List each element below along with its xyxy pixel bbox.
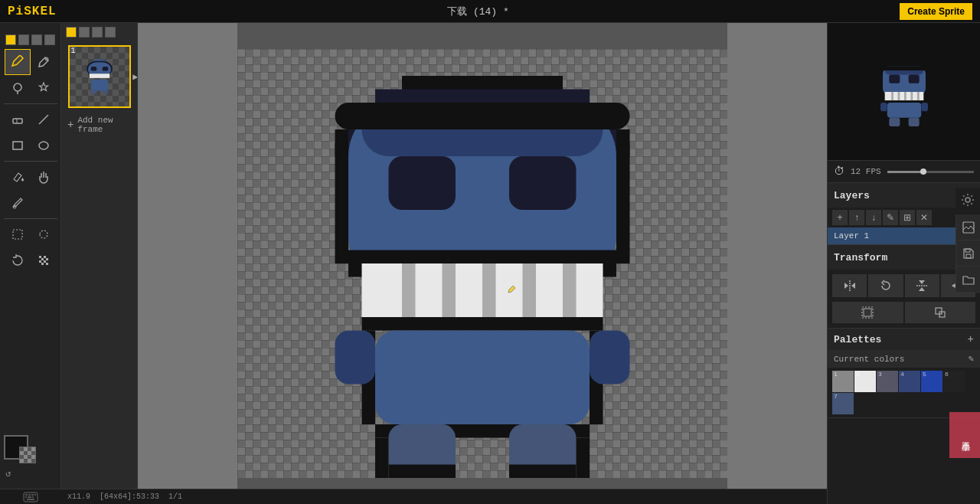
fps-handle[interactable] [920, 169, 926, 175]
svg-rect-57 [389, 465, 456, 479]
swatch-1[interactable]: 1 [832, 371, 854, 392]
svg-rect-65 [889, 74, 900, 83]
svg-rect-93 [28, 494, 31, 496]
frame-size-l[interactable] [92, 27, 103, 38]
frame-1[interactable]: 1 ▶ [68, 45, 131, 108]
rect-tool[interactable] [5, 133, 31, 159]
logo-skel: SKEL [24, 5, 56, 18]
svg-rect-34 [616, 129, 630, 263]
svg-rect-99 [27, 499, 34, 500]
scale-btn[interactable] [905, 302, 976, 323]
palettes-title: Palettes [834, 334, 881, 345]
tool-row-1 [0, 49, 60, 75]
tool-divider-3 [4, 218, 57, 219]
tool-row-2 [0, 75, 60, 101]
svg-rect-24 [90, 80, 108, 91]
export-img-btn[interactable] [956, 214, 980, 241]
palette-edit-btn[interactable]: ✎ [969, 353, 974, 365]
tool-divider-1 [4, 103, 57, 104]
canvas-right-margin [727, 23, 827, 504]
create-sprite-button[interactable]: Create Sprite [900, 3, 972, 20]
layer-up-btn[interactable]: ↑ [849, 210, 864, 225]
fps-row: ⏱ 12 FPS [828, 161, 980, 183]
eyedropper-tool[interactable] [5, 190, 31, 216]
fps-slider[interactable] [887, 171, 974, 173]
swatch-6[interactable]: 6 [943, 371, 965, 392]
svg-rect-33 [335, 129, 349, 263]
color-swap-btn[interactable]: ↺ [5, 468, 11, 479]
status-bar: x11.9 [64x64]:53:33 1/1 [61, 489, 827, 504]
swatch-5[interactable]: 5 [921, 371, 942, 392]
size-btn-s[interactable] [5, 34, 16, 45]
rotate-ccw-btn[interactable] [868, 274, 903, 297]
palette-add-btn[interactable]: + [968, 333, 974, 345]
swatch-2[interactable]: 2 [854, 371, 876, 392]
secondary-color[interactable] [19, 447, 36, 463]
export-save-btn[interactable] [956, 241, 980, 267]
dither-tool[interactable] [31, 247, 57, 273]
lasso-select-tool[interactable] [31, 221, 57, 247]
svg-rect-36 [389, 156, 456, 210]
svg-rect-10 [39, 256, 41, 258]
layers-title: Layers [834, 190, 870, 201]
svg-rect-41 [402, 263, 416, 317]
svg-rect-78 [921, 103, 927, 111]
svg-rect-55 [375, 438, 389, 479]
swatch-7[interactable]: 7 [832, 393, 854, 414]
rotate-tool[interactable] [5, 247, 31, 273]
size-btn-xl[interactable] [44, 34, 55, 45]
add-frame-button[interactable]: + Add new frame [61, 112, 137, 138]
svg-rect-96 [25, 496, 27, 498]
transform-grid-2 [828, 302, 980, 328]
lasso-tool[interactable] [5, 75, 31, 101]
svg-rect-94 [31, 494, 34, 496]
size-btn-m[interactable] [18, 34, 29, 45]
layer-edit-btn[interactable]: ✎ [883, 210, 898, 225]
frame-size-s[interactable] [66, 27, 77, 38]
svg-rect-72 [916, 92, 919, 100]
keyboard-shortcut-bar[interactable] [0, 489, 61, 504]
layer-merge-btn[interactable]: ⊞ [900, 210, 915, 225]
svg-rect-95 [34, 494, 36, 496]
swatch-4[interactable]: 4 [899, 371, 920, 392]
svg-rect-58 [509, 465, 577, 479]
color-section: ↺ [4, 435, 57, 481]
flip-v-btn[interactable] [905, 274, 939, 297]
layer-down-btn[interactable]: ↓ [866, 210, 881, 225]
eraser-tool[interactable] [5, 106, 31, 133]
flip-h-btn[interactable] [832, 274, 867, 297]
palettes-header: Palettes + [828, 329, 980, 350]
settings-gear-icon[interactable] [956, 188, 980, 212]
canvas-left-margin [138, 23, 237, 504]
watermark: 小黑盒 [949, 412, 980, 458]
svg-rect-68 [891, 92, 893, 100]
svg-rect-66 [908, 74, 919, 83]
line-tool[interactable] [31, 106, 57, 133]
header: PiSKEL 下载 (14) * Create Sprite [0, 0, 980, 23]
add-layer-btn[interactable]: + [832, 210, 848, 225]
swatch-3[interactable]: 3 [877, 371, 898, 392]
rect-select-tool[interactable] [5, 221, 31, 247]
canvas-area[interactable] [138, 23, 827, 504]
svg-rect-44 [523, 263, 537, 317]
fill-tool[interactable] [5, 164, 31, 190]
crop-btn[interactable] [832, 302, 903, 323]
layer-delete-btn[interactable]: ✕ [916, 210, 932, 225]
svg-rect-63 [880, 70, 883, 91]
left-toolbar: ↺ [0, 23, 61, 504]
tool-row-6 [0, 190, 60, 216]
ellipse-tool[interactable] [31, 133, 57, 159]
pixel-canvas[interactable] [237, 49, 727, 478]
pencil-tool[interactable] [5, 49, 31, 75]
export-folder-btn[interactable] [956, 267, 980, 293]
frame-size-xl[interactable] [105, 27, 116, 38]
frame-size-m[interactable] [79, 27, 90, 38]
magic-select-tool[interactable] [31, 75, 57, 101]
svg-rect-56 [577, 438, 590, 479]
logo-pi: Pi [8, 5, 24, 18]
svg-rect-37 [509, 156, 577, 210]
hand-tool[interactable] [31, 164, 57, 190]
size-btn-l[interactable] [31, 34, 42, 45]
frame-thumb-1[interactable] [68, 45, 131, 108]
pen-tool[interactable] [31, 49, 57, 75]
